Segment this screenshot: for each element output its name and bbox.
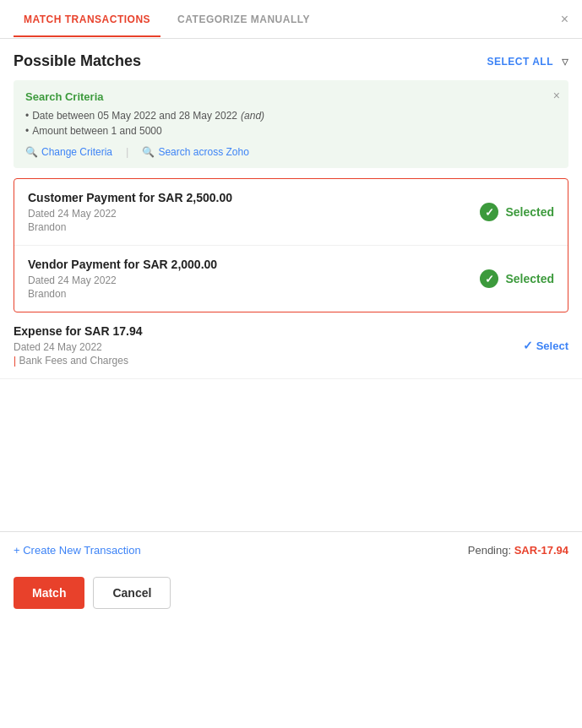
- search-criteria-title: Search Criteria: [25, 90, 557, 103]
- filter-icon[interactable]: ▿: [562, 53, 568, 69]
- page-title: Possible Matches: [14, 52, 141, 70]
- transaction-date: Dated 24 May 2022: [28, 208, 232, 220]
- create-new-transaction-link[interactable]: + Create New Transaction: [14, 544, 141, 557]
- selected-check-icon: ✓: [480, 203, 498, 221]
- selected-transactions-box: Customer Payment for SAR 2,500.00 Dated …: [14, 178, 568, 312]
- transaction-info: Vendor Payment for SAR 2,000.00 Dated 24…: [28, 258, 217, 300]
- unselected-transaction-wrapper: Expense for SAR 17.94 Dated 24 May 2022 …: [0, 312, 582, 379]
- possible-matches-header: Possible Matches SELECT ALL ▿: [0, 39, 582, 80]
- pending-label: Pending:: [468, 544, 514, 557]
- select-button[interactable]: ✓ Select: [523, 339, 568, 352]
- transaction-title: Customer Payment for SAR 2,500.00: [28, 191, 232, 204]
- transaction-category: | Bank Fees and Charges: [14, 355, 143, 367]
- transaction-date: Dated 24 May 2022: [14, 341, 143, 353]
- search-zoho-icon: 🔍: [142, 146, 155, 158]
- selected-badge[interactable]: ✓ Selected: [480, 269, 554, 288]
- bottom-buttons: Match Cancel: [0, 568, 582, 622]
- select-label: Select: [536, 340, 568, 352]
- criteria-links: 🔍 Change Criteria | 🔍 Search across Zoho: [25, 145, 557, 158]
- transaction-date: Dated 24 May 2022: [28, 274, 217, 286]
- criteria-close-icon[interactable]: ×: [553, 89, 560, 102]
- criteria-amount: Amount between 1 and 5000: [25, 125, 557, 137]
- selected-label: Selected: [505, 272, 554, 285]
- select-all-button[interactable]: SELECT ALL: [487, 56, 553, 68]
- match-button[interactable]: Match: [14, 577, 84, 609]
- transaction-party: Brandon: [28, 288, 217, 300]
- search-criteria-box: Search Criteria × Date between 05 May 20…: [14, 80, 568, 168]
- transaction-title: Expense for SAR 17.94: [14, 324, 143, 338]
- selected-check-icon: ✓: [480, 269, 498, 288]
- empty-space: [0, 379, 582, 531]
- pending-amount: SAR-17.94: [514, 544, 568, 557]
- selected-label: Selected: [505, 205, 554, 219]
- transaction-info: Expense for SAR 17.94 Dated 24 May 2022 …: [14, 324, 143, 367]
- transaction-row: Vendor Payment for SAR 2,000.00 Dated 24…: [14, 246, 568, 312]
- search-small-icon: 🔍: [25, 146, 38, 158]
- transaction-row: Customer Payment for SAR 2,500.00 Dated …: [14, 179, 568, 246]
- transaction-row: Expense for SAR 17.94 Dated 24 May 2022 …: [14, 312, 568, 378]
- tabs-bar: MATCH TRANSACTIONS CATEGORIZE MANUALLY ×: [0, 0, 582, 39]
- tab-categorize-manually[interactable]: CATEGORIZE MANUALLY: [167, 2, 320, 37]
- header-actions: SELECT ALL ▿: [487, 53, 568, 69]
- checkmark-icon: ✓: [523, 339, 533, 352]
- tab-match-transactions[interactable]: MATCH TRANSACTIONS: [14, 2, 160, 37]
- transaction-party: Brandon: [28, 221, 232, 233]
- criteria-date: Date between 05 May 2022 and 28 May 2022…: [25, 110, 557, 122]
- selected-badge[interactable]: ✓ Selected: [480, 203, 554, 221]
- search-across-zoho-link[interactable]: 🔍 Search across Zoho: [142, 145, 248, 158]
- footer-actions: + Create New Transaction Pending: SAR-17…: [0, 532, 582, 568]
- cancel-button[interactable]: Cancel: [93, 577, 171, 609]
- pending-info: Pending: SAR-17.94: [468, 544, 568, 557]
- transaction-title: Vendor Payment for SAR 2,000.00: [28, 258, 217, 271]
- close-icon[interactable]: ×: [561, 12, 568, 27]
- transaction-info: Customer Payment for SAR 2,500.00 Dated …: [28, 191, 232, 233]
- change-criteria-link[interactable]: 🔍 Change Criteria: [25, 145, 112, 158]
